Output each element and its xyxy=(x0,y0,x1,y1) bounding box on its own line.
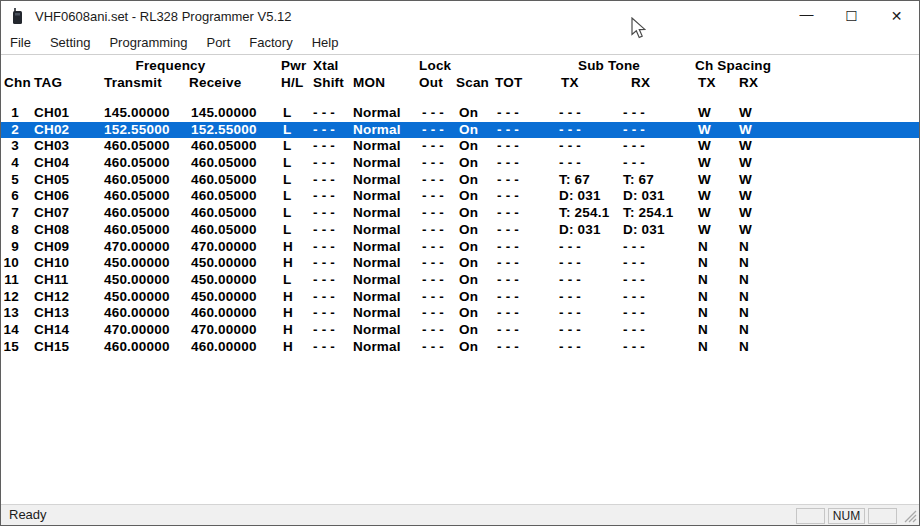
cell-st_tx: - - - xyxy=(559,105,581,122)
header-transmit: Transmit xyxy=(104,75,162,90)
cell-out: - - - xyxy=(422,322,444,339)
minimize-button[interactable]: — xyxy=(784,1,829,31)
channel-row[interactable]: 4CH04460.05000460.05000L- - -Normal- - -… xyxy=(1,155,919,172)
cell-shift: - - - xyxy=(313,172,335,189)
cell-scan: On xyxy=(459,122,478,139)
cell-pwr: H xyxy=(283,289,293,306)
resize-grip-icon[interactable] xyxy=(903,509,917,523)
cell-out: - - - xyxy=(422,339,444,356)
cell-transmit: 450.00000 xyxy=(104,255,170,272)
channel-row[interactable]: 5CH05460.05000460.05000L- - -Normal- - -… xyxy=(1,172,919,189)
channel-row[interactable]: 14CH14470.00000470.00000H- - -Normal- - … xyxy=(1,322,919,339)
cell-pwr: L xyxy=(283,272,291,289)
cell-tot: - - - xyxy=(497,155,519,172)
cell-st_rx: - - - xyxy=(623,122,645,139)
cell-scan: On xyxy=(459,255,478,272)
cell-tag: CH02 xyxy=(34,122,69,139)
cell-st_tx: - - - xyxy=(559,305,581,322)
cell-pwr: H xyxy=(283,305,293,322)
channel-row[interactable]: 8CH08460.05000460.05000L- - -Normal- - -… xyxy=(1,222,919,239)
cell-shift: - - - xyxy=(313,222,335,239)
cell-cs_tx: W xyxy=(698,138,711,155)
status-bar: Ready NUM xyxy=(1,504,919,525)
header-group-xtal: Xtal xyxy=(313,58,339,73)
cell-tag: CH15 xyxy=(34,339,69,356)
menu-item-help[interactable]: Help xyxy=(311,33,340,52)
channel-row[interactable]: 9CH09470.00000470.00000H- - -Normal- - -… xyxy=(1,239,919,256)
close-button[interactable]: ✕ xyxy=(874,1,919,31)
header-subtone-tx: TX xyxy=(561,75,579,90)
cell-transmit: 470.00000 xyxy=(104,239,170,256)
cell-cs_rx: N xyxy=(739,289,749,306)
cell-cs_rx: W xyxy=(739,155,752,172)
cell-cs_rx: N xyxy=(739,322,749,339)
channel-row[interactable]: 3CH03460.05000460.05000L- - -Normal- - -… xyxy=(1,138,919,155)
cell-receive: 145.00000 xyxy=(191,105,257,122)
cell-out: - - - xyxy=(422,122,444,139)
mouse-cursor-icon xyxy=(631,17,646,39)
channel-row[interactable]: 7CH07460.05000460.05000L- - -Normal- - -… xyxy=(1,205,919,222)
status-pane-caps xyxy=(796,508,825,524)
cell-st_rx: - - - xyxy=(623,339,645,356)
cell-receive: 460.00000 xyxy=(191,339,257,356)
cell-out: - - - xyxy=(422,289,444,306)
cell-out: - - - xyxy=(422,105,444,122)
cell-mon: Normal xyxy=(353,172,401,189)
cell-tot: - - - xyxy=(497,239,519,256)
cell-st_tx: D: 031 xyxy=(559,188,601,205)
menu-item-programming[interactable]: Programming xyxy=(108,33,188,52)
cell-st_rx: D: 031 xyxy=(623,188,665,205)
cell-cs_rx: W xyxy=(739,205,752,222)
cell-out: - - - xyxy=(422,239,444,256)
cell-receive: 460.05000 xyxy=(191,222,257,239)
header-group-chspacing: Ch Spacing xyxy=(695,58,771,73)
menu-item-port[interactable]: Port xyxy=(205,33,231,52)
channel-row[interactable]: 1CH01145.00000145.00000L- - -Normal- - -… xyxy=(1,105,919,122)
title-bar[interactable]: VHF0608ani.set - RL328 Programmer V5.12 … xyxy=(1,1,919,31)
cell-st_rx: - - - xyxy=(623,255,645,272)
cell-tag: CH05 xyxy=(34,172,69,189)
channel-row[interactable]: 6CH06460.05000460.05000L- - -Normal- - -… xyxy=(1,188,919,205)
cell-receive: 450.00000 xyxy=(191,272,257,289)
cell-tot: - - - xyxy=(497,172,519,189)
cell-scan: On xyxy=(459,289,478,306)
cell-out: - - - xyxy=(422,155,444,172)
cell-tag: CH06 xyxy=(34,188,69,205)
menu-item-setting[interactable]: Setting xyxy=(49,33,91,52)
cell-mon: Normal xyxy=(353,188,401,205)
menu-item-factory[interactable]: Factory xyxy=(248,33,293,52)
channel-row[interactable]: 11CH11450.00000450.00000L- - -Normal- - … xyxy=(1,272,919,289)
cell-chn: 12 xyxy=(1,289,19,306)
status-pane-scroll xyxy=(868,508,897,524)
cell-scan: On xyxy=(459,105,478,122)
cell-cs_tx: W xyxy=(698,155,711,172)
header-group-frequency: Frequency xyxy=(104,58,237,73)
cell-cs_tx: W xyxy=(698,105,711,122)
cell-transmit: 460.05000 xyxy=(104,222,170,239)
channel-row[interactable]: 2CH02152.55000152.55000L- - -Normal- - -… xyxy=(1,122,919,139)
cell-tag: CH12 xyxy=(34,289,69,306)
maximize-button[interactable]: ☐ xyxy=(829,1,874,31)
channel-row[interactable]: 13CH13460.00000460.00000H- - -Normal- - … xyxy=(1,305,919,322)
cell-transmit: 460.05000 xyxy=(104,172,170,189)
cell-chn: 13 xyxy=(1,305,19,322)
cell-cs_rx: N xyxy=(739,239,749,256)
window-title: VHF0608ani.set - RL328 Programmer V5.12 xyxy=(35,9,292,24)
channel-row[interactable]: 15CH15460.00000460.00000H- - -Normal- - … xyxy=(1,339,919,356)
cell-shift: - - - xyxy=(313,155,335,172)
cell-scan: On xyxy=(459,272,478,289)
cell-tot: - - - xyxy=(497,138,519,155)
channel-row[interactable]: 12CH12450.00000450.00000H- - -Normal- - … xyxy=(1,289,919,306)
status-pane-num: NUM xyxy=(828,508,865,524)
header-chspacing-rx: RX xyxy=(739,75,758,90)
cell-chn: 3 xyxy=(1,138,19,155)
cell-tag: CH01 xyxy=(34,105,69,122)
cell-tot: - - - xyxy=(497,255,519,272)
cell-mon: Normal xyxy=(353,255,401,272)
cell-mon: Normal xyxy=(353,138,401,155)
channel-row[interactable]: 10CH10450.00000450.00000H- - -Normal- - … xyxy=(1,255,919,272)
cell-st_tx: T: 254.1 xyxy=(559,205,609,222)
cell-tag: CH10 xyxy=(34,255,69,272)
channel-table: Frequency Pwr Xtal Lock Sub Tone Ch Spac… xyxy=(1,56,919,506)
menu-item-file[interactable]: File xyxy=(9,33,32,52)
